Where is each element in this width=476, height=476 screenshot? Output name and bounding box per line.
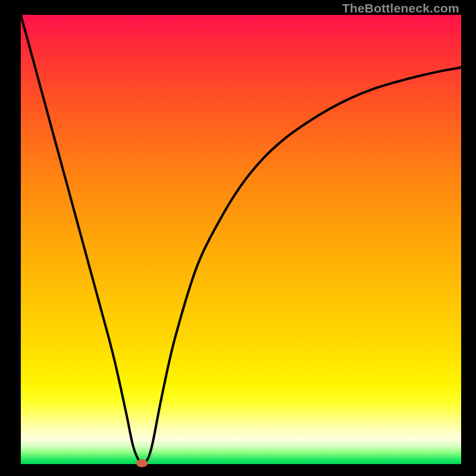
bottleneck-curve-path: [21, 15, 461, 464]
chart-svg: [0, 0, 476, 476]
chart-frame: TheBottleneck.com: [0, 0, 476, 476]
minimum-marker: [136, 459, 148, 468]
